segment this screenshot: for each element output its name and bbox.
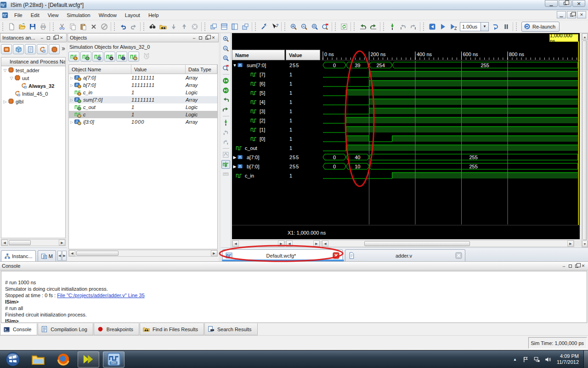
mdi-close-button[interactable]: ✕: [577, 11, 586, 18]
open-file-button[interactable]: [17, 21, 27, 32]
tab-scroll-left-button[interactable]: ◀: [57, 251, 62, 261]
instances-view-process-button[interactable]: [37, 44, 48, 54]
find-in-files-button[interactable]: [158, 21, 168, 32]
win-float-button[interactable]: [240, 21, 250, 32]
zoom-out-button[interactable]: [299, 21, 309, 32]
row-expander-icon[interactable]: ▷: [69, 120, 74, 124]
refresh-button[interactable]: [339, 21, 349, 32]
menu-layout[interactable]: Layout: [121, 11, 144, 19]
wave-signal-2[interactable]: [2]: [232, 116, 285, 125]
filter-constants-button[interactable]: C: [116, 52, 127, 62]
wrench-button[interactable]: [259, 21, 269, 32]
minimize-button[interactable]: ▁: [545, 0, 558, 7]
row-expander-icon[interactable]: ▷: [69, 98, 74, 102]
filter-inputs-button[interactable]: I: [68, 52, 79, 62]
wave-vscrollbar[interactable]: ▲▼: [582, 33, 588, 247]
panel-restore-icon[interactable]: [574, 263, 580, 269]
panel-maximize-icon[interactable]: [198, 35, 204, 41]
paste-button[interactable]: [78, 21, 88, 32]
close-button[interactable]: ✕: [572, 0, 585, 7]
wave-hscrollbar[interactable]: ◀▶: [322, 240, 574, 247]
panel-close-icon[interactable]: ✕: [58, 35, 64, 41]
objects-column-object-name[interactable]: Object Name: [69, 65, 131, 74]
menu-help[interactable]: Help: [144, 11, 163, 19]
prev-edge-button[interactable]: [221, 96, 230, 104]
menu-file[interactable]: File: [10, 11, 27, 19]
panel-tab-m[interactable]: M: [38, 250, 56, 261]
save-button[interactable]: [27, 21, 38, 32]
find-prev-button[interactable]: [179, 21, 189, 32]
document-tab-adder-v[interactable]: adder.v: [345, 249, 465, 261]
tray-flag-icon[interactable]: [522, 355, 530, 363]
restore-button[interactable]: [559, 0, 571, 7]
ruler-button[interactable]: [221, 170, 230, 178]
panel-float-icon[interactable]: ↔: [39, 35, 45, 41]
next-transition-button[interactable]: [408, 21, 418, 32]
instances-hscrollbar[interactable]: ◀▶: [1, 239, 66, 246]
run-all-button[interactable]: [437, 21, 448, 32]
instances-column-header[interactable]: Instance and Process Na: [1, 57, 66, 66]
tray-expand-icon[interactable]: ▲: [511, 355, 519, 363]
row-expander-icon[interactable]: ▷: [69, 83, 74, 87]
cut-button[interactable]: [57, 21, 67, 32]
tray-volume-icon[interactable]: [544, 355, 552, 363]
tree-item-test-adder[interactable]: ▽test_adder: [1, 66, 65, 74]
panel-close-icon[interactable]: ✕: [580, 263, 586, 269]
wave-value-column-header[interactable]: Value: [286, 50, 320, 60]
filter-clocks-button[interactable]: [143, 52, 150, 61]
object-row-i-3-0[interactable]: ▷Wi[3:0]1000Array: [69, 118, 217, 126]
tree-expander-icon[interactable]: ▽: [9, 76, 14, 80]
wave-signal-5[interactable]: [5]: [232, 88, 285, 98]
tree-expander-icon[interactable]: ▽: [2, 68, 8, 73]
object-row-c-in[interactable]: Ic_in1Logic: [69, 89, 217, 96]
panel-maximize-icon[interactable]: [567, 263, 573, 269]
step-button[interactable]: [490, 21, 501, 32]
taskbar-explorer-button[interactable]: [27, 351, 49, 368]
instances-view-chip-button[interactable]: [49, 44, 60, 54]
wave-signal-c-out[interactable]: c_out: [232, 144, 285, 153]
zoom-cursor-button[interactable]: [221, 63, 230, 72]
win-cascade-button[interactable]: [208, 21, 219, 32]
tree-item-initial-45-0[interactable]: Initial_45_0: [1, 90, 65, 98]
mdi-minimize-button[interactable]: ▁: [557, 11, 566, 18]
object-row-b-7-0[interactable]: ▷Ib[7:0]11111111Array: [69, 81, 217, 89]
zoom-in-button[interactable]: [288, 21, 299, 32]
filter-internal-button[interactable]: ●: [104, 52, 115, 62]
add-marker-button[interactable]: [221, 118, 230, 127]
print-button[interactable]: [38, 21, 48, 32]
win-tile-v-button[interactable]: [229, 21, 240, 32]
taskbar-firefox-button[interactable]: [52, 351, 74, 368]
prev-marker-button[interactable]: [221, 128, 230, 137]
help-pointer-button[interactable]: ?: [269, 21, 280, 32]
object-row-c[interactable]: Wc1Logic: [69, 111, 217, 118]
filter-variables-button[interactable]: W: [128, 52, 139, 62]
wave-value-hscrollbar[interactable]: ◀▶: [286, 240, 320, 247]
wave-expander-icon[interactable]: ▶: [232, 155, 237, 160]
go-end-button[interactable]: [221, 86, 230, 95]
run-time-value[interactable]: 1.00us: [460, 22, 481, 31]
show-desktop-button[interactable]: [583, 351, 588, 368]
bottom-tab-find-in-files-results[interactable]: Find in Files Results: [140, 323, 204, 335]
tree-item-always-32[interactable]: Always_32: [1, 82, 65, 90]
object-row-a-7-0[interactable]: ▷Ia[7:0]11111111Array: [69, 74, 217, 81]
wave-signal-a-7-0[interactable]: ▶a[7:0]: [232, 153, 285, 162]
snap-cursor-button[interactable]: [221, 160, 230, 169]
swap-cursor-button[interactable]: [221, 150, 230, 159]
mdi-restore-button[interactable]: [567, 11, 576, 18]
delete-button[interactable]: [88, 21, 99, 32]
object-row-sum-7-0[interactable]: ▷Osum[7:0]11111111Array: [69, 96, 217, 104]
object-row-c-out[interactable]: Oc_out1Logic: [69, 104, 217, 111]
zoom-in-button[interactable]: [221, 34, 230, 43]
toolbar-overflow-button[interactable]: [61, 46, 66, 52]
start-button[interactable]: [2, 351, 23, 368]
instances-view-board-button[interactable]: [1, 44, 12, 54]
win-tile-h-button[interactable]: [219, 21, 229, 32]
goto-next-button[interactable]: [368, 21, 379, 32]
copy-button[interactable]: [67, 21, 78, 32]
wave-signal-1[interactable]: [1]: [232, 125, 285, 134]
objects-hscrollbar[interactable]: ◀▶: [68, 250, 218, 257]
menu-edit[interactable]: Edit: [27, 11, 44, 19]
wave-name-column-header[interactable]: Name: [232, 50, 285, 60]
zoom-full-button[interactable]: [309, 21, 320, 32]
run-for-time-button[interactable]: [448, 21, 458, 32]
